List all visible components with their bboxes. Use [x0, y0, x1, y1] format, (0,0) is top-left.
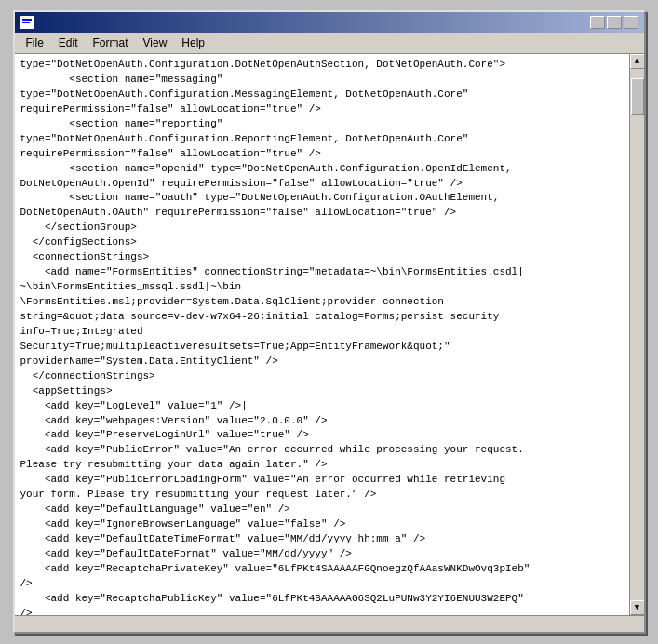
svg-rect-1 [22, 19, 32, 20]
title-bar-buttons [590, 16, 638, 29]
vertical-scrollbar[interactable]: ▲ ▼ [629, 54, 644, 615]
scroll-track[interactable] [630, 69, 644, 600]
close-button[interactable] [624, 16, 638, 29]
menu-format[interactable]: Format [86, 34, 136, 51]
scroll-thumb[interactable] [631, 78, 644, 115]
text-editor[interactable]: type="DotNetOpenAuth.Configuration.DotNe… [15, 54, 629, 615]
svg-rect-2 [22, 20, 32, 21]
main-window: File Edit Format View Help type="DotNetO… [13, 10, 646, 634]
scroll-down-button[interactable]: ▼ [630, 600, 644, 615]
menu-bar: File Edit Format View Help [15, 33, 644, 54]
minimize-button[interactable] [590, 16, 605, 29]
svg-rect-3 [22, 22, 30, 23]
app-icon [20, 16, 34, 29]
maximize-button[interactable] [607, 16, 622, 29]
content-area: type="DotNetOpenAuth.Configuration.DotNe… [15, 54, 644, 615]
menu-file[interactable]: File [19, 34, 51, 51]
title-bar-left [20, 16, 39, 29]
menu-view[interactable]: View [136, 34, 175, 51]
menu-edit[interactable]: Edit [51, 34, 86, 51]
scroll-up-button[interactable]: ▲ [630, 54, 644, 69]
menu-help[interactable]: Help [174, 34, 212, 51]
status-bar [15, 615, 644, 632]
title-bar [15, 12, 644, 33]
